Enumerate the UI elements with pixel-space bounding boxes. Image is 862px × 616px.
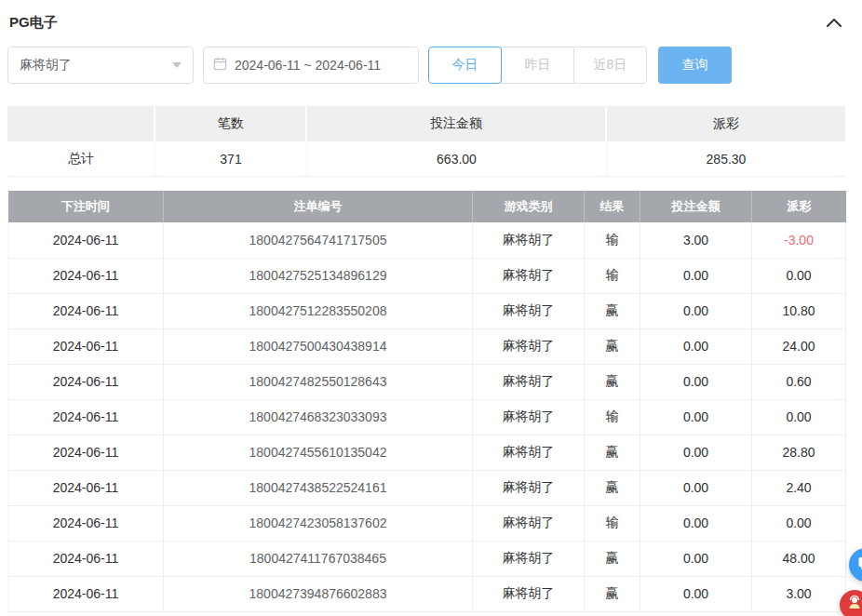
- quick-range-group: 今日 昨日 近8日: [428, 47, 647, 84]
- cell-order-no: 1800427455610135042: [164, 435, 473, 470]
- cell-game-type: 麻将胡了: [473, 328, 585, 364]
- cell-game-type: 麻将胡了: [473, 258, 585, 293]
- cell-order-no: 1800427564741717505: [164, 222, 473, 258]
- cell-payout: 28.80: [752, 435, 846, 470]
- cell-result: 赢: [585, 576, 640, 611]
- cell-order-no: 1800427411767038465: [164, 541, 473, 576]
- cell-order-no: 1800427482550128643: [164, 364, 473, 399]
- cell-bet-amount: 0.00: [640, 470, 752, 505]
- bet-records-table: 下注时间 注单编号 游戏类别 结果 投注金额 派彩 2024-06-111800…: [7, 191, 846, 612]
- cell-payout: 0.00: [752, 258, 846, 293]
- cell-bet-time: 2024-06-11: [8, 505, 164, 541]
- cell-bet-time: 2024-06-11: [8, 293, 164, 328]
- summary-total-label: 总计: [7, 141, 155, 177]
- cell-bet-amount: 0.00: [640, 435, 752, 470]
- summary-total-bet-amount: 663.00: [307, 141, 607, 177]
- summary-total-payout: 285.30: [607, 141, 845, 177]
- summary-header-bet-amount: 投注金额: [307, 106, 607, 141]
- table-row: 2024-06-111800427411767038465麻将胡了赢0.0048…: [8, 541, 846, 576]
- chevron-down-icon: [172, 62, 182, 68]
- cell-order-no: 1800427512283550208: [164, 293, 473, 328]
- cell-order-no: 1800427438522524161: [164, 470, 473, 505]
- cell-result: 赢: [585, 364, 640, 399]
- col-header-bet-time: 下注时间: [8, 191, 164, 222]
- calendar-icon: [213, 57, 227, 74]
- cell-result: 输: [585, 505, 640, 541]
- cell-order-no: 1800427500430438914: [164, 328, 473, 364]
- col-header-payout: 派彩: [752, 191, 846, 222]
- table-row: 2024-06-111800427500430438914麻将胡了赢0.0024…: [8, 328, 846, 364]
- cell-payout: -3.00: [752, 222, 846, 258]
- cell-order-no: 1800427394876602883: [164, 576, 473, 611]
- table-row: 2024-06-111800427394876602883麻将胡了赢0.003.…: [8, 576, 846, 611]
- cell-result: 赢: [585, 470, 640, 505]
- game-select[interactable]: 麻将胡了: [7, 47, 194, 84]
- table-row: 2024-06-111800427525134896129麻将胡了输0.000.…: [8, 258, 846, 293]
- customer-service-float-button[interactable]: [840, 590, 862, 616]
- cell-bet-amount: 0.00: [640, 399, 752, 435]
- cell-payout: 3.00: [752, 576, 846, 611]
- chevron-up-icon: [827, 16, 842, 30]
- cell-bet-amount: 0.00: [640, 258, 752, 293]
- date-range-picker[interactable]: 2024-06-11 ~ 2024-06-11: [203, 47, 419, 84]
- col-header-game-type: 游戏类别: [473, 191, 585, 222]
- today-button[interactable]: 今日: [428, 47, 502, 84]
- cell-result: 赢: [585, 293, 640, 328]
- cell-bet-time: 2024-06-11: [8, 399, 164, 435]
- cell-order-no: 1800427525134896129: [164, 258, 473, 293]
- table-row: 2024-06-111800427468323033093麻将胡了输0.000.…: [8, 399, 846, 435]
- cell-order-no: 1800427423058137602: [164, 505, 473, 541]
- cell-order-no: 1800427468323033093: [164, 399, 473, 435]
- collapse-button[interactable]: [825, 14, 843, 32]
- summary-table: 笔数 投注金额 派彩 总计 371 663.00 285.30: [7, 106, 845, 177]
- cell-game-type: 麻将胡了: [473, 364, 585, 399]
- cell-bet-time: 2024-06-11: [8, 328, 164, 364]
- col-header-bet-amount: 投注金额: [640, 191, 752, 222]
- cell-game-type: 麻将胡了: [473, 505, 585, 541]
- cell-game-type: 麻将胡了: [473, 435, 585, 470]
- table-row: 2024-06-111800427455610135042麻将胡了赢0.0028…: [8, 435, 846, 470]
- cell-result: 输: [585, 222, 640, 258]
- cell-bet-amount: 0.00: [640, 293, 752, 328]
- table-row: 2024-06-111800427438522524161麻将胡了赢0.002.…: [8, 470, 846, 505]
- cell-payout: 24.00: [752, 328, 846, 364]
- table-row: 2024-06-111800427482550128643麻将胡了赢0.000.…: [8, 364, 846, 399]
- cell-bet-time: 2024-06-11: [8, 364, 164, 399]
- col-header-order-no: 注单编号: [164, 191, 473, 222]
- cell-game-type: 麻将胡了: [473, 293, 585, 328]
- game-select-value: 麻将胡了: [20, 57, 72, 74]
- cell-payout: 0.60: [752, 364, 846, 399]
- cell-bet-time: 2024-06-11: [8, 435, 164, 470]
- cell-result: 输: [585, 399, 640, 435]
- cell-result: 输: [585, 258, 640, 293]
- panel-header: PG电子: [7, 9, 845, 33]
- cell-bet-time: 2024-06-11: [8, 470, 164, 505]
- last-8-days-button[interactable]: 近8日: [573, 47, 647, 84]
- cell-game-type: 麻将胡了: [473, 541, 585, 576]
- cell-game-type: 麻将胡了: [473, 576, 585, 611]
- cell-bet-amount: 0.00: [640, 576, 752, 611]
- cell-bet-time: 2024-06-11: [8, 222, 164, 258]
- cell-game-type: 麻将胡了: [473, 399, 585, 435]
- cell-payout: 0.00: [752, 399, 846, 435]
- chat-icon: [857, 555, 862, 575]
- cell-result: 赢: [585, 328, 640, 364]
- summary-total-count: 371: [155, 141, 307, 177]
- pg-panel: PG电子 麻将胡了 2024-06-11 ~ 2024-06-11 今日 昨日 …: [0, 0, 862, 612]
- yesterday-button[interactable]: 昨日: [501, 47, 574, 84]
- cell-bet-amount: 0.00: [640, 328, 752, 364]
- cell-result: 赢: [585, 541, 640, 576]
- table-row: 2024-06-111800427423058137602麻将胡了输0.000.…: [8, 505, 846, 541]
- cell-bet-time: 2024-06-11: [8, 258, 164, 293]
- table-row: 2024-06-111800427564741717505麻将胡了输3.00-3…: [8, 222, 846, 258]
- query-button[interactable]: 查询: [658, 47, 732, 84]
- summary-header-count: 笔数: [155, 106, 307, 141]
- summary-header-blank: [7, 106, 155, 141]
- cell-bet-time: 2024-06-11: [8, 541, 164, 576]
- cell-result: 赢: [585, 435, 640, 470]
- bet-table-header: 下注时间 注单编号 游戏类别 结果 投注金额 派彩: [8, 191, 846, 222]
- col-header-result: 结果: [585, 191, 640, 222]
- cell-bet-amount: 0.00: [640, 505, 752, 541]
- summary-header-payout: 派彩: [607, 106, 845, 141]
- cell-bet-amount: 0.00: [640, 364, 752, 399]
